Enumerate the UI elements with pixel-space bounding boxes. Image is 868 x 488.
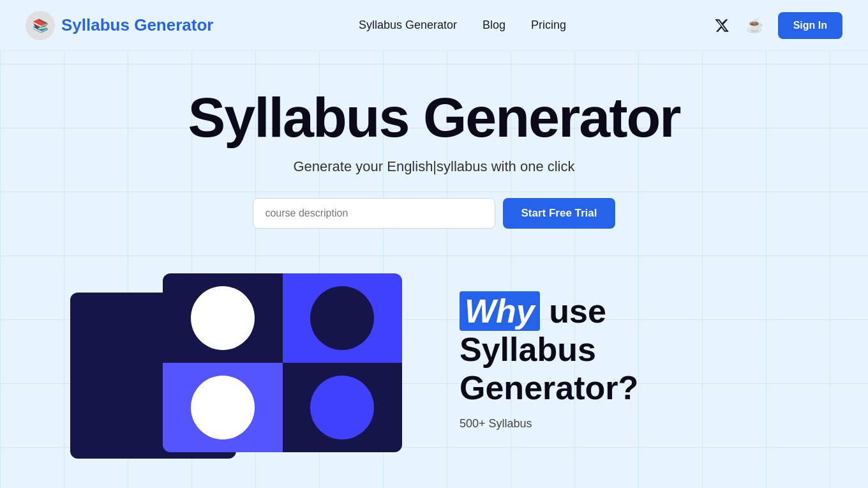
circle-white [191, 286, 255, 350]
checker-cell-1 [163, 273, 283, 363]
checker-cell-2 [283, 273, 403, 363]
card-checker [163, 273, 402, 452]
hero-section: Syllabus Generator Generate your English… [0, 51, 868, 254]
x-twitter-icon[interactable] [712, 15, 732, 36]
hero-title: Syllabus Generator [188, 89, 680, 146]
why-section: Why use Syllabus Generator? 500+ Syllabu… [0, 261, 868, 459]
nav-link-pricing[interactable]: Pricing [531, 19, 566, 32]
circle-blue [310, 376, 374, 439]
why-heading: Why use Syllabus Generator? [460, 293, 804, 407]
coffee-icon[interactable]: ☕ [745, 15, 765, 36]
why-heading-line2: Syllabus [460, 331, 596, 368]
why-heading-rest: use [540, 293, 606, 330]
checker-cell-3 [163, 363, 283, 452]
brand-name[interactable]: Syllabus Generator [61, 15, 213, 35]
navbar: 📚 Syllabus Generator Syllabus Generator … [0, 0, 868, 51]
why-stat: 500+ Syllabus [460, 417, 804, 431]
decorative-illustration [64, 273, 408, 459]
navbar-links: Syllabus Generator Blog Pricing [359, 19, 566, 32]
nav-link-syllabus[interactable]: Syllabus Generator [359, 19, 457, 32]
why-text-block: Why use Syllabus Generator? 500+ Syllabu… [460, 273, 804, 431]
sign-in-button[interactable]: Sign In [778, 12, 842, 39]
circle-white-2 [191, 376, 255, 439]
course-description-input[interactable] [253, 198, 495, 229]
checker-cell-4 [283, 363, 403, 452]
why-heading-line3: Generator? [460, 369, 638, 406]
nav-link-blog[interactable]: Blog [483, 19, 505, 32]
start-free-trial-button[interactable]: Start Free Trial [503, 198, 615, 229]
hero-input-row: Start Free Trial [253, 198, 615, 229]
hero-subtitle: Generate your English|syllabus with one … [293, 158, 574, 175]
logo-icon: 📚 [26, 11, 55, 40]
navbar-brand-group: 📚 Syllabus Generator [26, 11, 213, 40]
circle-dark-1 [310, 286, 374, 350]
navbar-actions: ☕ Sign In [712, 12, 842, 39]
why-highlight: Why [460, 291, 540, 331]
